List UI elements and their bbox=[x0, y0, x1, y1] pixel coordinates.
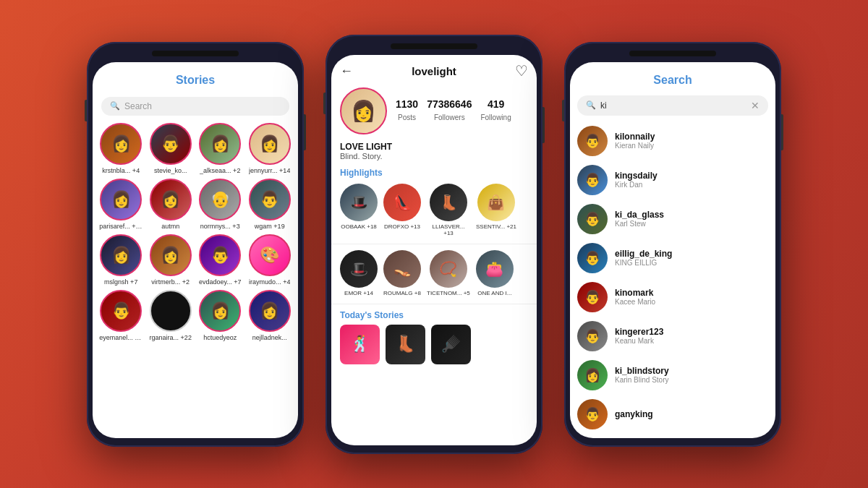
story-item[interactable]: 👩 autmn bbox=[148, 179, 194, 230]
result-info: ki_blindstory Karin Blind Story bbox=[615, 366, 669, 384]
todays-stories-title: Today's Stories bbox=[331, 307, 537, 325]
todays-stories-row: 🕺 👢 🪮 bbox=[331, 325, 537, 364]
search-result[interactable]: 👨 kinomark Kacee Mario bbox=[570, 278, 775, 317]
highlight-item[interactable]: 👜 SSENTIV... +21 bbox=[476, 184, 516, 236]
story-avatar: 👩 bbox=[199, 290, 241, 332]
phones-container: Stories 🔍 Search 👩 krstnbla... +4 👨 stev… bbox=[72, 20, 796, 468]
result-username: ganyking bbox=[615, 409, 653, 419]
highlight-item[interactable]: 👠 DROFXO +13 bbox=[383, 184, 421, 236]
story-label: mslgnsh +7 bbox=[104, 278, 137, 286]
posts-count: 1130 bbox=[396, 98, 418, 110]
stories-search-placeholder: Search bbox=[124, 101, 152, 111]
profile-info: 👩 1130 Posts 77386646 Followers 419 Foll… bbox=[331, 83, 537, 142]
stat-posts: 1130 Posts bbox=[396, 98, 418, 123]
clear-search-icon[interactable]: ✕ bbox=[751, 100, 760, 111]
highlight-label: DROFXO +13 bbox=[384, 223, 420, 230]
search-result[interactable]: 👨 ganyking bbox=[570, 395, 775, 434]
second-highlights-row: 🎩 EMOR +14 👡 ROUMALG +8 📿 TICETNOM... +5… bbox=[340, 250, 528, 296]
search-result[interactable]: 👨 eillig_de_king KING EILLIG bbox=[570, 239, 775, 278]
screen-right: Search 🔍 ki ✕ 👨 kilonnaily Kieran Naily … bbox=[570, 62, 775, 438]
story-avatar: 👩 bbox=[100, 179, 142, 221]
result-username: kilonnaily bbox=[615, 132, 655, 142]
profile-header: ← lovelight ♡ bbox=[331, 55, 537, 83]
story-item[interactable]: 👩 virtmerb... +2 bbox=[148, 234, 194, 286]
story-item[interactable]: 👨 wgam +19 bbox=[247, 179, 293, 230]
highlight-item[interactable]: 🎩 OOBAAK +18 bbox=[340, 184, 378, 236]
search-result[interactable]: 👨 kingerer123 Keanu Mark bbox=[570, 317, 775, 356]
following-count: 419 bbox=[480, 98, 511, 110]
story-label: autmn bbox=[161, 223, 179, 230]
story-item[interactable]: 👨 evdadoey... +7 bbox=[197, 234, 243, 286]
highlight-label: SSENTIV... +21 bbox=[476, 223, 516, 230]
highlights-row: 🎩 OOBAAK +18 👠 DROFXO +13 👢 LLIASVER... … bbox=[340, 184, 528, 236]
story-item[interactable]: 👩 parisaref... +40 bbox=[98, 179, 144, 230]
result-name: Keanu Mark bbox=[615, 337, 663, 345]
story-item[interactable]: 👩 _alkseaa... +2 bbox=[197, 123, 243, 174]
story-item[interactable]: 👩 jennyurr... +14 bbox=[247, 123, 293, 174]
search-input-bar[interactable]: 🔍 ki ✕ bbox=[577, 95, 768, 116]
today-story-item[interactable]: 🕺 bbox=[340, 325, 380, 364]
story-item[interactable]: 👨 stevie_ko... bbox=[148, 123, 194, 174]
story-label: evdadoey... +7 bbox=[199, 278, 242, 286]
story-avatar: 🎨 bbox=[249, 234, 291, 276]
today-story-item[interactable]: 👢 bbox=[386, 325, 425, 364]
highlights-title: Highlights bbox=[340, 168, 528, 178]
profile-bio: LOVE LIGHT Blind. Story. bbox=[331, 142, 537, 165]
stories-search-bar[interactable]: 🔍 Search bbox=[101, 97, 289, 116]
result-name: Karl Stew bbox=[615, 220, 664, 228]
result-username: kingsdaily bbox=[615, 171, 658, 181]
story-item[interactable]: 👩 krstnbla... +4 bbox=[98, 123, 144, 174]
story-item[interactable]: 👨 eyemanel... +12 bbox=[98, 290, 144, 341]
highlight-item[interactable]: 🎩 EMOR +14 bbox=[340, 250, 378, 296]
today-story-item[interactable]: 🪮 bbox=[431, 325, 471, 364]
highlight-item[interactable]: 👛 ONE AND I... bbox=[476, 250, 514, 296]
story-label: eyemanel... +12 bbox=[99, 334, 142, 341]
search-result[interactable]: 👨 kingsdaily Kirk Dan bbox=[570, 160, 775, 200]
stat-followers: 77386646 Followers bbox=[427, 98, 472, 123]
highlight-item[interactable]: 👡 ROUMALG +8 bbox=[383, 250, 421, 296]
highlight-circle: 👜 bbox=[477, 184, 515, 221]
story-label: jennyurr... +14 bbox=[249, 167, 290, 174]
search-title: Search bbox=[653, 74, 692, 86]
followers-label: Followers bbox=[434, 114, 465, 121]
divider-2 bbox=[331, 304, 537, 304]
story-avatar: 👩 bbox=[150, 179, 192, 221]
result-info: kinomark Kacee Mario bbox=[615, 288, 655, 306]
search-result[interactable]: 👨 ki_da_glass Karl Stew bbox=[570, 200, 775, 239]
story-label: wgam +19 bbox=[255, 223, 285, 230]
heart-icon[interactable]: ♡ bbox=[515, 62, 528, 80]
stat-following: 419 Following bbox=[480, 98, 511, 123]
highlight-label: LLIASVER... +13 bbox=[427, 223, 470, 236]
profile-username: lovelight bbox=[412, 65, 456, 77]
result-name: Kacee Mario bbox=[615, 298, 655, 306]
result-info: ganyking bbox=[615, 409, 653, 419]
search-result[interactable]: 👨 kilonnaily Kieran Naily bbox=[570, 121, 775, 160]
phone-top-bar-center bbox=[391, 43, 477, 49]
highlight-label: TICETNOM... +5 bbox=[427, 290, 470, 296]
result-username: kinomark bbox=[615, 288, 655, 298]
story-item[interactable]: 👴 normnys... +3 bbox=[197, 179, 243, 230]
highlight-item[interactable]: 📿 TICETNOM... +5 bbox=[427, 250, 470, 296]
followers-count: 77386646 bbox=[427, 98, 472, 110]
story-item[interactable]: rganaira... +22 bbox=[148, 290, 194, 341]
story-avatar: 👩 bbox=[199, 123, 241, 165]
story-item[interactable]: 🎨 iraymudo... +4 bbox=[247, 234, 293, 286]
result-username: eillig_de_king bbox=[615, 249, 672, 259]
story-avatar: 👩 bbox=[150, 234, 192, 276]
result-username: ki_blindstory bbox=[615, 366, 669, 376]
profile-description: Blind. Story. bbox=[340, 152, 528, 160]
story-item[interactable]: 👩 hctuedyeoz bbox=[197, 290, 243, 341]
story-avatar: 👴 bbox=[199, 179, 241, 221]
story-avatar: 👩 bbox=[249, 290, 291, 332]
highlight-circle: 👛 bbox=[476, 250, 514, 288]
result-username: ki_da_glass bbox=[615, 210, 664, 220]
result-name: Karin Blind Story bbox=[615, 376, 669, 384]
story-item[interactable]: 👩 nejlladnek... bbox=[247, 290, 293, 341]
search-result[interactable]: 👩 ki_blindstory Karin Blind Story bbox=[570, 356, 775, 395]
highlight-item[interactable]: 👢 LLIASVER... +13 bbox=[427, 184, 470, 236]
result-avatar: 👨 bbox=[577, 204, 608, 234]
story-item[interactable]: 👩 mslgnsh +7 bbox=[98, 234, 144, 286]
story-avatar: 👨 bbox=[199, 234, 241, 276]
story-label: rganaira... +22 bbox=[150, 334, 192, 341]
back-arrow-icon[interactable]: ← bbox=[340, 64, 353, 79]
